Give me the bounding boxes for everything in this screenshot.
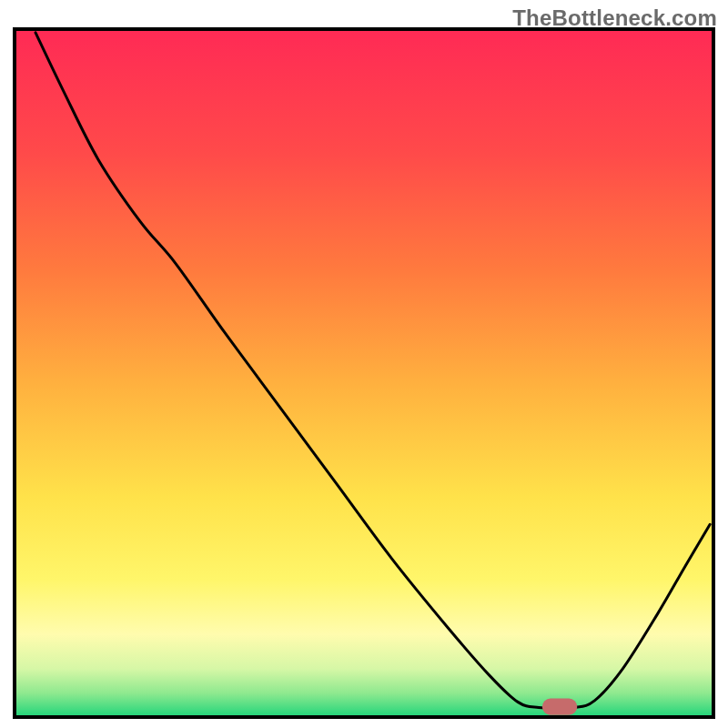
plot-background [15,29,713,717]
plot-area [0,0,728,728]
optimal-marker [542,699,577,715]
watermark-text: TheBottleneck.com [512,5,717,31]
